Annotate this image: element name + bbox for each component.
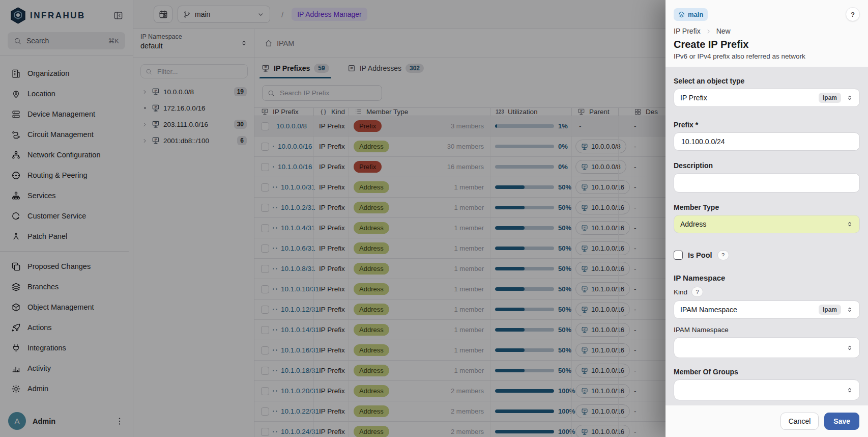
namespace-badge: Ipam: [819, 305, 841, 315]
drawer-breadcrumb: IP Prefix New: [674, 27, 860, 35]
prefix-field-label: Prefix *: [674, 121, 860, 129]
help-button[interactable]: ?: [846, 7, 860, 21]
drawer-form: Select an object type IP Prefix Ipam Pre…: [666, 67, 868, 405]
member-type-field-label: Member Type: [674, 203, 860, 211]
kind-label: Kind: [674, 288, 687, 296]
chevrons-updown-icon: [846, 387, 853, 394]
ipam-namespace-select[interactable]: [674, 337, 860, 358]
breadcrumb-action: New: [716, 27, 731, 35]
chevrons-updown-icon: [846, 221, 853, 228]
breadcrumb-object[interactable]: IP Prefix: [674, 27, 701, 35]
chevrons-updown-icon: [846, 306, 853, 313]
description-field-label: Description: [674, 161, 860, 170]
branch-badge[interactable]: main: [674, 8, 708, 21]
is-pool-checkbox[interactable]: [674, 251, 683, 260]
description-field: [674, 173, 860, 193]
member-of-groups-select[interactable]: [674, 379, 860, 400]
description-field-input[interactable]: [680, 178, 853, 187]
is-pool-label: Is Pool: [688, 251, 712, 259]
modal-overlay[interactable]: [0, 0, 666, 437]
kind-select[interactable]: IPAM Namespace Ipam: [674, 301, 860, 319]
cancel-button[interactable]: Cancel: [780, 413, 819, 430]
layers-icon: [678, 11, 685, 18]
ip-namespace-section-label: IP Namespace: [674, 274, 860, 282]
chevrons-updown-icon: [846, 94, 853, 101]
member-type-value: Address: [680, 220, 706, 228]
infrahub-app: INFRAHUB Search ⌘K Organization Location…: [0, 0, 868, 437]
object-type-select[interactable]: IP Prefix Ipam: [674, 89, 860, 107]
drawer-header: main ? IP Prefix New Create IP Prefix IP…: [666, 0, 868, 67]
chevrons-updown-icon: [846, 344, 853, 351]
kind-help-icon[interactable]: ?: [691, 287, 703, 297]
namespace-badge: Ipam: [819, 93, 841, 103]
create-ip-prefix-drawer: main ? IP Prefix New Create IP Prefix IP…: [666, 0, 868, 437]
object-type-label: Select an object type: [674, 77, 860, 85]
member-type-select[interactable]: Address: [674, 215, 860, 233]
drawer-title: Create IP Prefix: [674, 39, 860, 50]
drawer-subtitle: IPv6 or IPv4 prefix also referred as net…: [674, 52, 860, 60]
kind-value: IPAM Namespace: [680, 306, 737, 314]
prefix-field-input[interactable]: [680, 137, 853, 146]
branch-badge-label: main: [688, 11, 703, 18]
chevron-right-icon: [705, 28, 712, 35]
is-pool-help-icon[interactable]: ?: [717, 250, 729, 260]
drawer-footer: Cancel Save: [666, 405, 868, 437]
prefix-field: [674, 132, 860, 151]
object-type-value: IP Prefix: [680, 94, 707, 102]
ipam-namespace-label: IPAM Namespace: [674, 326, 729, 334]
save-button[interactable]: Save: [824, 413, 859, 430]
member-of-groups-label: Member Of Groups: [674, 368, 860, 376]
